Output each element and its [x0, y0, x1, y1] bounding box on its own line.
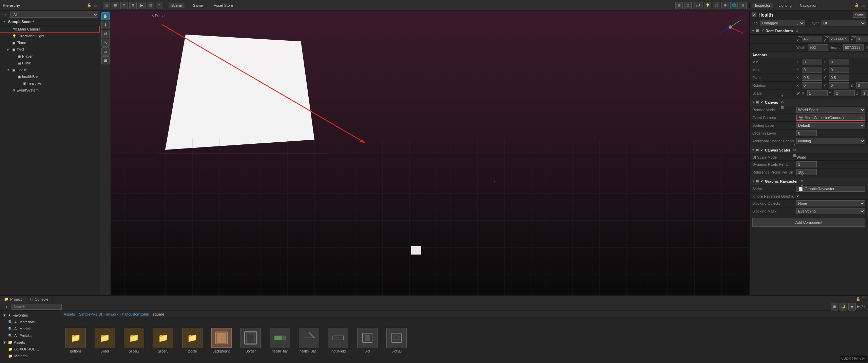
center-btn-6[interactable]: ⊕: [721, 2, 729, 9]
pos-y-input[interactable]: [829, 36, 849, 42]
order-layer-input[interactable]: [796, 130, 817, 136]
canvas-header[interactable]: ▼ ⊞ ✓ Canvas ? ⚙ ☰: [750, 99, 868, 106]
hierarchy-item-health[interactable]: ▼ ▣ Health: [0, 66, 100, 73]
anchor-min-y-input[interactable]: [829, 59, 849, 65]
center-btn-4[interactable]: 💡: [704, 2, 711, 9]
pos-z-input[interactable]: [856, 36, 868, 42]
bc-assets[interactable]: Assets: [64, 312, 75, 316]
project-tab-btn[interactable]: 📁 Project: [0, 296, 26, 303]
hierarchy-item-cube[interactable]: ▣ Cube: [0, 60, 100, 66]
project-search-input[interactable]: [12, 304, 62, 310]
project-star-btn[interactable]: ★: [848, 303, 856, 310]
sidebar-all-prefabs[interactable]: 🔍 All Prefabs: [0, 332, 61, 339]
hierarchy-item-main-camera[interactable]: 📷 Main Camera: [0, 26, 100, 33]
pivot-y-input[interactable]: [829, 75, 849, 81]
blocking-objects-select[interactable]: None: [796, 200, 865, 206]
asset-store-tab[interactable]: Asset Store: [211, 3, 236, 8]
gr-settings-btn[interactable]: ⚙: [799, 179, 805, 184]
scene-tab[interactable]: Scene: [169, 3, 185, 8]
project-layout-btn[interactable]: ⊞: [831, 303, 838, 310]
sidebar-favorites[interactable]: ▼ ★ Favorites: [0, 312, 61, 319]
asset-slider2[interactable]: 📁 Slider2: [122, 328, 146, 353]
blocking-mask-select[interactable]: Everything: [796, 208, 865, 214]
scene-viewport[interactable]: Y X Z < Persp: [111, 11, 749, 295]
project-plus-btn[interactable]: +: [3, 304, 10, 309]
hierarchy-item-eventsystem[interactable]: ⚙ EventSystem: [0, 87, 100, 94]
rot-y-input[interactable]: [829, 82, 849, 88]
asset-slider[interactable]: 📁 Slider: [93, 328, 117, 353]
wh-icon-1[interactable]: ⊞: [865, 44, 868, 50]
canvas-settings-btn[interactable]: ⚙: [779, 100, 785, 105]
toolbar-btn-6[interactable]: ⊡: [147, 2, 154, 9]
toolbar-btn-3[interactable]: ⟳: [120, 2, 128, 9]
sidebar-assets[interactable]: ▼ 📁 Assets: [0, 339, 61, 346]
scale-tool[interactable]: ⤡: [101, 39, 110, 47]
sidebar-all-materials[interactable]: 🔍 All Materials: [0, 319, 61, 325]
rect-transform-header[interactable]: ▼ ⊞ ✓ Rect Transform ? ⚙ ☰: [750, 27, 868, 35]
project-filter-btn[interactable]: 🌙: [840, 303, 847, 310]
rt-question-btn[interactable]: ?: [794, 23, 800, 28]
rect-tool[interactable]: ▭: [101, 47, 110, 56]
asset-slot3d[interactable]: Slot3D: [385, 328, 408, 353]
layer-select[interactable]: UI: [822, 20, 866, 26]
height-input[interactable]: [843, 44, 864, 51]
rotate-tool[interactable]: ↺: [101, 30, 110, 38]
sorting-layer-select[interactable]: Default: [796, 122, 865, 128]
asset-background[interactable]: Background: [210, 328, 233, 353]
event-camera-field[interactable]: 📷 Main Camera (Camera) ⊙: [796, 115, 865, 121]
hierarchy-filter-dropdown[interactable]: All: [10, 12, 98, 18]
asset-border[interactable]: Border: [239, 328, 263, 353]
asset-health-bar[interactable]: health_bar: [268, 328, 292, 353]
bc-artwork[interactable]: artwork: [106, 312, 118, 316]
hierarchy-item-healthbar[interactable]: ▣ healthBar: [0, 73, 100, 80]
scale-x-input[interactable]: [807, 90, 828, 96]
asset-inputfield[interactable]: InputField: [326, 328, 350, 353]
sidebar-material[interactable]: 📁 Material: [0, 352, 61, 359]
toolbar-btn-5[interactable]: ▶: [138, 2, 146, 9]
transform-tool[interactable]: ⊞: [101, 56, 110, 64]
canvas-question-btn[interactable]: ?: [779, 94, 785, 100]
anchor-max-x-input[interactable]: [802, 67, 822, 73]
cs-settings-btn[interactable]: ⚙: [792, 147, 797, 153]
canvas-scaler-header[interactable]: ▼ ⊞ ✓ Canvas Scaler ? ⚙ ☰: [750, 146, 868, 154]
lighting-tab-header[interactable]: Lighting: [776, 3, 794, 8]
rot-z-input[interactable]: [856, 82, 868, 88]
center-btn-5[interactable]: 🎵: [713, 2, 720, 9]
anchor-max-y-input[interactable]: [829, 67, 849, 73]
render-mode-select[interactable]: World Space: [796, 107, 865, 113]
sidebar-all-models[interactable]: 🔍 All Models: [0, 325, 61, 332]
console-tab-btn[interactable]: ⊡ Console: [26, 296, 53, 303]
inspector-tab-header[interactable]: Inspector: [752, 3, 773, 8]
add-component-btn[interactable]: Add Component: [752, 218, 865, 227]
asset-slot[interactable]: Slot: [355, 328, 379, 353]
health-enable-checkbox[interactable]: ✓: [752, 13, 756, 17]
width-input[interactable]: [808, 44, 828, 51]
center-btn-2[interactable]: ⊡: [684, 2, 692, 9]
center-btn-1[interactable]: ⊞: [675, 2, 683, 9]
hierarchy-item-plane[interactable]: ▣ Plane: [0, 39, 100, 46]
hierarchy-item-dir-light[interactable]: 💡 Directional Light: [0, 33, 100, 39]
add-shader-select[interactable]: Nothing: [796, 138, 865, 144]
center-btn-8[interactable]: ⊞: [739, 2, 747, 9]
toolbar-btn-2[interactable]: ⊞: [112, 2, 119, 9]
bc-halfcustom[interactable]: halfcustomizible: [122, 312, 149, 316]
center-btn-7[interactable]: 🌐: [730, 2, 738, 9]
static-badge[interactable]: Static: [853, 13, 866, 18]
hierarchy-item-healthfill[interactable]: ▣ healthFill: [0, 80, 100, 87]
asset-slider3[interactable]: 📁 Slider3: [151, 328, 175, 353]
cs-question-btn[interactable]: ?: [792, 142, 797, 147]
toolbar-btn-7[interactable]: ≡: [156, 2, 163, 9]
scale-y-input[interactable]: [834, 90, 855, 96]
toolbar-btn-1[interactable]: ☰: [103, 2, 110, 9]
gr-question-btn[interactable]: ?: [799, 173, 805, 179]
hand-tool[interactable]: ✋: [101, 12, 110, 20]
sidebar-boxophobic[interactable]: 📁 BOXOPHOBIC: [0, 346, 61, 352]
asset-buttons[interactable]: 📁 Buttons: [64, 328, 88, 353]
pivot-x-input[interactable]: [802, 75, 822, 81]
hierarchy-scene-root[interactable]: ▼ SampleScene* ⋮: [0, 18, 100, 25]
game-tab[interactable]: Game: [190, 3, 206, 8]
pos-x-input[interactable]: [802, 36, 822, 42]
move-tool[interactable]: ✛: [101, 21, 110, 29]
2d-btn[interactable]: 2D: [693, 2, 702, 9]
scale-z-input[interactable]: [862, 90, 868, 96]
